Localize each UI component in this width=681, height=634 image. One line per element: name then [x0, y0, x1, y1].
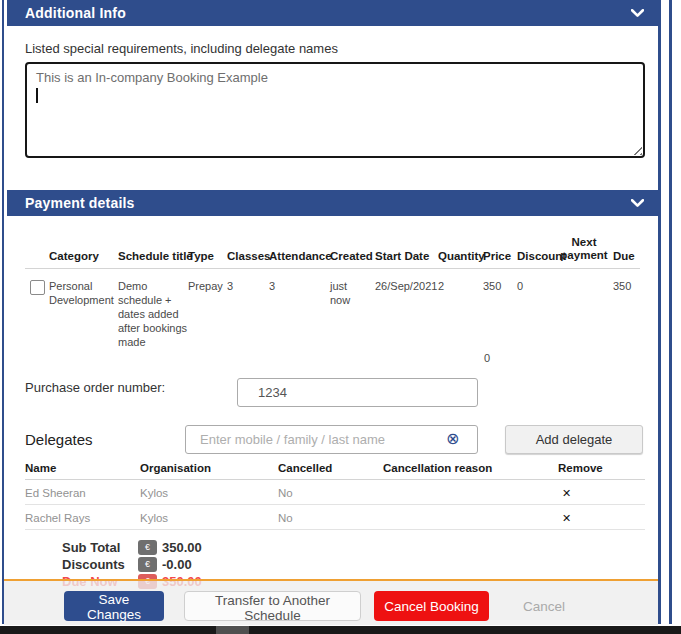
cell-attendance: 3 [269, 279, 275, 293]
col-schedule-title: Schedule title [118, 250, 193, 263]
transfer-schedule-button[interactable]: Transfer to Another Schedule [184, 591, 361, 621]
scrollbar-thumb[interactable] [216, 626, 249, 634]
cell-classes: 3 [227, 279, 233, 293]
cell-due: 350 [613, 279, 631, 293]
subtotal-value: 350.00 [162, 540, 202, 555]
cell-category: Personal Development [49, 279, 113, 307]
subtotal-label: Sub Total [62, 540, 120, 555]
dcol-organisation: Organisation [140, 462, 211, 475]
cell-discount: 0 [517, 279, 523, 293]
euro-badge-icon: € [138, 557, 157, 572]
col-classes: Classes [227, 250, 270, 263]
clear-search-icon[interactable]: ⊗ [446, 431, 459, 447]
modal-border-left [2, 0, 4, 624]
text-cursor [36, 88, 38, 103]
chevron-down-icon[interactable] [631, 199, 644, 208]
cell-start-date: 26/Sep/2021 [375, 279, 437, 293]
discounts-value: -0.00 [162, 557, 192, 572]
horizontal-scrollbar[interactable] [0, 626, 681, 634]
page-edge-line [669, 0, 672, 624]
discounts-label: Discounts [62, 557, 125, 572]
add-delegate-button[interactable]: Add delegate [505, 425, 643, 454]
modal-border-right [658, 0, 661, 624]
col-created: Created [330, 250, 373, 263]
cell-created: just now [330, 279, 362, 307]
delegates-label: Delegates [25, 431, 93, 448]
delegate-search-input[interactable] [185, 425, 478, 454]
euro-badge-icon: € [138, 540, 157, 555]
col-start-date: Start Date [375, 250, 429, 263]
save-changes-button[interactable]: Save Changes [64, 591, 164, 621]
cell-schedule-title: Demo schedule + dates added after bookin… [118, 279, 190, 349]
col-attendance: Attendance [269, 250, 332, 263]
cancel-button[interactable]: Cancel [499, 591, 589, 621]
delegate-row-divider [25, 504, 645, 505]
remove-delegate-icon[interactable]: ✕ [562, 512, 571, 525]
purchase-order-input[interactable] [237, 378, 478, 407]
cancel-booking-button[interactable]: Cancel Booking [374, 591, 489, 621]
dcol-name: Name [25, 462, 56, 475]
booking-modal: Additional Info Listed special requireme… [0, 0, 681, 634]
dcol-cancellation-reason: Cancellation reason [383, 462, 492, 475]
delegate-row-divider [25, 529, 645, 530]
special-requirements-textarea[interactable]: This is an In-company Booking Example [25, 62, 645, 158]
cell-quantity: 2 [438, 279, 444, 293]
additional-info-section-header[interactable]: Additional Info [7, 0, 658, 26]
dcol-remove: Remove [558, 462, 603, 475]
booking-row-checkbox[interactable] [30, 280, 45, 295]
chevron-down-icon[interactable] [631, 9, 644, 18]
dcol-cancelled: Cancelled [278, 462, 332, 475]
col-category: Category [49, 250, 99, 263]
col-quantity: Quantity [438, 250, 485, 263]
table-header-divider [25, 268, 640, 269]
col-next-payment: Next payment [558, 236, 610, 262]
payment-details-section-header[interactable]: Payment details [7, 190, 658, 216]
delegate-organisation: Kylos [140, 487, 168, 499]
purchase-order-label: Purchase order number: [25, 380, 165, 395]
delegate-name: Ed Sheeran [25, 487, 86, 499]
col-type: Type [188, 250, 214, 263]
textarea-value: This is an In-company Booking Example [36, 70, 268, 85]
cell-type: Prepay [188, 279, 223, 293]
delegate-cancelled: No [278, 487, 293, 499]
resize-handle-icon[interactable] [631, 144, 642, 155]
delegate-organisation: Kylos [140, 512, 168, 524]
additional-info-title: Additional Info [25, 5, 126, 21]
col-price: Price [483, 250, 511, 263]
delegate-header-divider [25, 479, 645, 480]
payment-details-title: Payment details [25, 195, 135, 211]
delegate-name: Rachel Rays [25, 512, 90, 524]
discount-total: 0 [484, 351, 490, 365]
cell-price: 350 [483, 279, 501, 293]
col-due: Due [613, 250, 635, 263]
special-requirements-label: Listed special requirements, including d… [25, 41, 338, 56]
delegate-cancelled: No [278, 512, 293, 524]
remove-delegate-icon[interactable]: ✕ [562, 487, 571, 500]
